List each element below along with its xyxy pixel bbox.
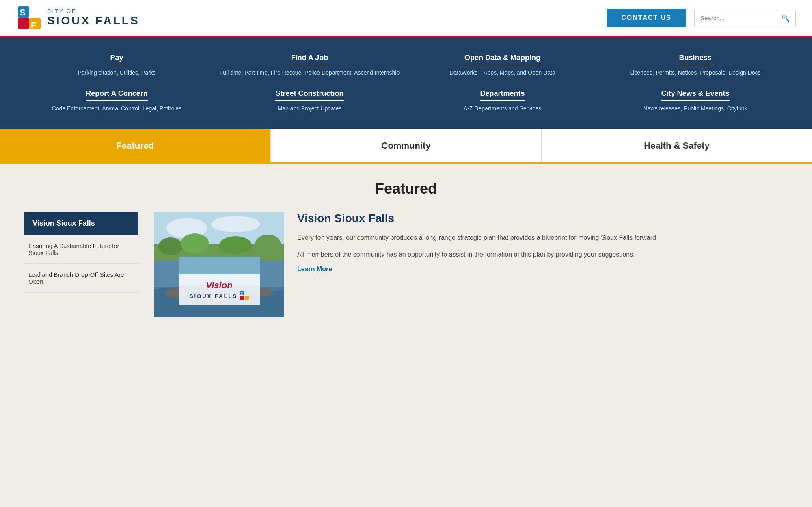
logo-text-area: CITY OF SIOUX FALLS [47, 9, 140, 27]
nav-item-find-job[interactable]: Find A Job Full-time, Part-time, Fire Re… [217, 54, 402, 77]
article-text: Vision Sioux Falls Every ten years, our … [297, 212, 788, 317]
nav-item-departments-sub: A-Z Departments and Services [410, 104, 595, 113]
vision-brand-icon: S [240, 291, 249, 300]
svg-point-11 [219, 236, 252, 254]
svg-point-7 [211, 216, 260, 232]
vision-script-text: Vision [187, 280, 252, 291]
nav-item-open-data-title: Open Data & Mapping [464, 54, 540, 65]
nav-item-pay[interactable]: Pay Parking citation, Utilities, Parks [24, 54, 209, 77]
svg-rect-21 [240, 296, 244, 300]
nav-item-open-data[interactable]: Open Data & Mapping DataWorks – Apps, Ma… [410, 54, 595, 77]
nav-item-street-title: Street Construction [275, 89, 343, 101]
nav-menu: Pay Parking citation, Utilities, Parks F… [0, 37, 812, 129]
featured-layout: Vision Sioux Falls Ensuring A Sustainabl… [24, 212, 788, 317]
tab-community[interactable]: Community [271, 129, 541, 162]
logo-area[interactable]: S F CITY OF SIOUX FALLS [16, 5, 140, 31]
nav-item-report-title: Report A Concern [86, 89, 148, 101]
featured-image-inner: Vision SIOUX FALLS S [154, 212, 284, 317]
sidebar-active-item[interactable]: Vision Sioux Falls [24, 212, 138, 235]
search-box: 🔍 [694, 10, 796, 26]
section-title: Featured [24, 180, 788, 197]
nav-item-business-title: Business [679, 54, 711, 65]
svg-point-9 [158, 237, 183, 255]
search-input[interactable] [695, 11, 776, 26]
svg-point-10 [181, 233, 209, 254]
svg-text:S: S [240, 291, 243, 296]
nav-item-pay-title: Pay [110, 54, 123, 65]
header-right: CONTACT US 🔍 [607, 9, 796, 27]
learn-more-link[interactable]: Learn More [297, 265, 332, 272]
nav-item-report-sub: Code Enforcement, Animal Control, Legal,… [24, 104, 209, 113]
tab-bar: Featured Community Health & Safety [0, 129, 812, 164]
logo-city-label: CITY OF [47, 9, 140, 14]
sidebar-link-0[interactable]: Ensuring A Sustainable Future for Sioux … [24, 235, 138, 264]
sidebar-link-1[interactable]: Leaf and Branch Drop-Off Sites Are Open [24, 264, 138, 293]
tab-health-safety[interactable]: Health & Safety [542, 129, 812, 162]
nav-item-report[interactable]: Report A Concern Code Enforcement, Anima… [24, 89, 209, 113]
svg-text:F: F [31, 20, 36, 30]
nav-item-departments[interactable]: Departments A-Z Departments and Services [410, 89, 595, 113]
vision-overlay: Vision SIOUX FALLS S [179, 274, 260, 305]
svg-point-12 [255, 235, 281, 254]
svg-text:S: S [19, 7, 26, 17]
nav-item-find-job-sub: Full-time, Part-time, Fire Rescue, Polic… [217, 69, 402, 77]
logo-falls-label: SIOUX FALLS [47, 15, 140, 27]
svg-rect-2 [18, 18, 29, 29]
search-button[interactable]: 🔍 [776, 10, 795, 26]
tab-featured[interactable]: Featured [0, 129, 270, 162]
nav-item-business[interactable]: Business Licenses, Permits, Notices, Pro… [603, 54, 788, 77]
site-header: S F CITY OF SIOUX FALLS CONTACT US 🔍 [0, 0, 812, 37]
main-content: Featured Vision Sioux Falls Ensuring A S… [0, 164, 812, 334]
nav-item-find-job-title: Find A Job [291, 54, 328, 65]
content-area: Vision SIOUX FALLS S [154, 212, 788, 317]
nav-item-open-data-sub: DataWorks – Apps, Maps, and Open Data [410, 69, 595, 77]
sidebar-list: Vision Sioux Falls Ensuring A Sustainabl… [24, 212, 138, 317]
featured-image: Vision SIOUX FALLS S [154, 212, 284, 317]
nav-item-departments-title: Departments [480, 89, 525, 101]
contact-us-button[interactable]: CONTACT US [607, 9, 686, 27]
article-body-2: All members of the community has an oppo… [297, 249, 788, 260]
nav-item-street-sub: Map and Project Updates [217, 104, 402, 113]
article-body-1: Every ten years, our community produces … [297, 232, 788, 243]
nav-item-city-news-sub: News releases, Public Meetings, CityLink [603, 104, 788, 113]
nav-item-city-news[interactable]: City News & Events News releases, Public… [603, 89, 788, 113]
vision-brand-text: SIOUX FALLS [190, 293, 238, 299]
nav-item-street[interactable]: Street Construction Map and Project Upda… [217, 89, 402, 113]
nav-item-pay-sub: Parking citation, Utilities, Parks [24, 69, 209, 77]
site-logo-icon: S F [16, 5, 42, 31]
nav-item-city-news-title: City News & Events [661, 89, 729, 101]
article-title: Vision Sioux Falls [297, 212, 788, 225]
nav-item-business-sub: Licenses, Permits, Notices, Proposals, D… [603, 69, 788, 77]
svg-rect-20 [245, 296, 249, 300]
